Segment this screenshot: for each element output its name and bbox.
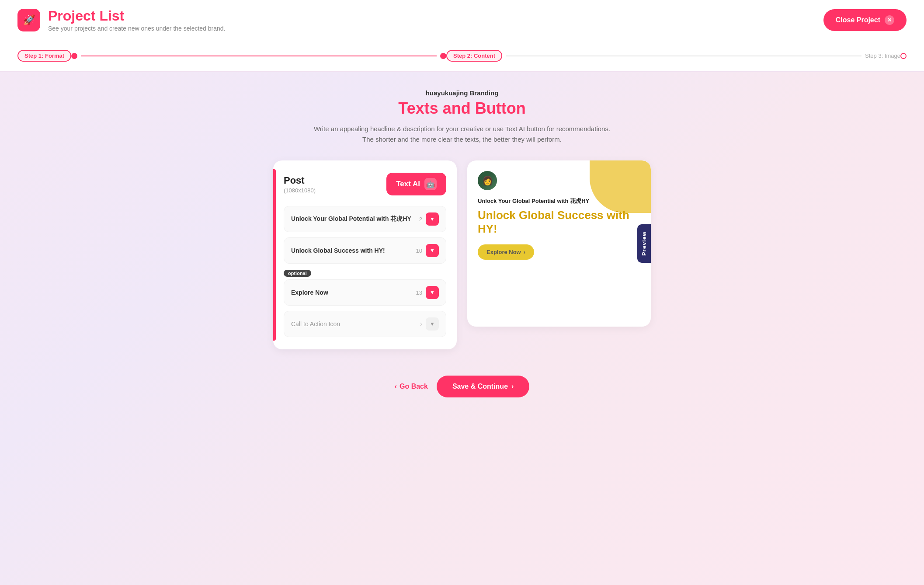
left-accent xyxy=(273,169,276,341)
save-continue-label: Save & Continue xyxy=(452,383,508,390)
brand-name: huayukuajing Branding xyxy=(17,89,907,97)
editor-card: Post (1080x1080) Text AI 🤖 Unlock Your G… xyxy=(273,160,457,349)
explore-now-button[interactable]: Explore Now › xyxy=(478,244,534,260)
step-line-1 xyxy=(81,56,437,56)
explore-now-label: Explore Now xyxy=(486,249,521,255)
text-ai-label: Text AI xyxy=(396,180,420,188)
cards-row: Post (1080x1080) Text AI 🤖 Unlock Your G… xyxy=(17,160,907,349)
avatar-inner: 👩 xyxy=(478,171,497,190)
post-info: Post (1080x1080) xyxy=(284,175,316,194)
step-line-2 xyxy=(506,56,861,56)
avatar-emoji: 👩 xyxy=(482,175,493,186)
save-continue-arrow-icon: › xyxy=(511,383,514,390)
stepper: Step 1: Format Step 2: Content Step 3: I… xyxy=(0,40,924,72)
card-header: Post (1080x1080) Text AI 🤖 xyxy=(284,173,446,195)
headline-field[interactable]: Unlock Your Global Potential with 花虎HY 2… xyxy=(284,206,446,232)
preview-content: 👩 Unlock Your Global Potential with 花虎HY… xyxy=(467,160,651,270)
post-dimensions: (1080x1080) xyxy=(284,187,316,194)
avatar: 👩 xyxy=(478,171,497,190)
close-project-button[interactable]: Close Project ✕ xyxy=(823,9,907,31)
description-field[interactable]: Unlock Global Success with HY! 10 ▼ xyxy=(284,237,446,264)
explore-arrow-icon: › xyxy=(524,249,525,255)
content-description-line2: The shorter and the more clear the texts… xyxy=(17,134,907,145)
close-icon: ✕ xyxy=(885,15,894,25)
headline-text: Unlock Your Global Potential with 花虎HY xyxy=(291,215,419,223)
save-continue-button[interactable]: Save & Continue › xyxy=(437,376,529,397)
step1-label[interactable]: Step 1: Format xyxy=(17,50,71,62)
content-header: huayukuajing Branding Texts and Button W… xyxy=(17,89,907,145)
headline-count: 2 xyxy=(419,216,422,223)
header: 🚀 Project List See your projects and cre… xyxy=(0,0,924,40)
go-back-button[interactable]: ‹ Go Back xyxy=(395,383,428,390)
cta-icon-label: Call to Action Icon xyxy=(291,320,340,327)
header-info: Project List See your projects and creat… xyxy=(48,8,225,32)
bottom-nav: ‹ Go Back Save & Continue › xyxy=(0,362,924,411)
step1-dot xyxy=(71,53,77,59)
preview-main-text: Unlock Global Success with HY! xyxy=(478,209,640,236)
description-text: Unlock Global Success with HY! xyxy=(291,247,416,254)
headline-expand-button[interactable]: ▼ xyxy=(426,212,439,226)
content-description-line1: Write an appealing headline & descriptio… xyxy=(17,124,907,134)
close-project-label: Close Project xyxy=(836,16,880,24)
content-title: Texts and Button xyxy=(17,99,907,118)
step3-label: Step 3: Image xyxy=(865,52,900,59)
description-expand-button[interactable]: ▼ xyxy=(426,244,439,257)
ai-icon: 🤖 xyxy=(424,178,437,190)
cta-field-wrapper: optional Explore Now 13 ▼ xyxy=(284,269,446,306)
cta-button-field[interactable]: Explore Now 13 ▼ xyxy=(284,279,446,306)
description-actions: 10 ▼ xyxy=(416,244,439,257)
header-left: 🚀 Project List See your projects and cre… xyxy=(17,8,225,32)
cta-icon-chevron: › xyxy=(420,320,422,328)
cta-button-expand[interactable]: ▼ xyxy=(426,286,439,299)
cta-button-actions: 13 ▼ xyxy=(416,286,439,299)
post-label: Post xyxy=(284,175,316,186)
step2-dot xyxy=(440,53,446,59)
cta-button-text: Explore Now xyxy=(291,289,416,296)
logo-icon: 🚀 xyxy=(17,9,40,31)
description-count: 10 xyxy=(416,247,422,254)
main-content: huayukuajing Branding Texts and Button W… xyxy=(0,72,924,362)
optional-badge: optional xyxy=(284,270,311,277)
go-back-chevron-icon: ‹ xyxy=(395,383,397,390)
cta-button-count: 13 xyxy=(416,289,422,296)
cta-icon-expand-button[interactable]: ▼ xyxy=(426,317,439,331)
step3-dot xyxy=(900,53,907,59)
cta-icon-field[interactable]: Call to Action Icon › ▼ xyxy=(284,311,446,337)
preview-card: 👩 Unlock Your Global Potential with 花虎HY… xyxy=(467,160,651,327)
page-subtitle: See your projects and create new ones un… xyxy=(48,25,225,32)
cta-icon-right: › ▼ xyxy=(420,317,439,331)
go-back-label: Go Back xyxy=(399,383,428,390)
yellow-decoration xyxy=(590,160,651,213)
step2-label[interactable]: Step 2: Content xyxy=(446,50,502,62)
text-ai-button[interactable]: Text AI 🤖 xyxy=(386,173,446,195)
preview-headline: Unlock Your Global Potential with 花虎HY xyxy=(478,197,640,205)
page-title: Project List xyxy=(48,8,225,24)
headline-actions: 2 ▼ xyxy=(419,212,439,226)
